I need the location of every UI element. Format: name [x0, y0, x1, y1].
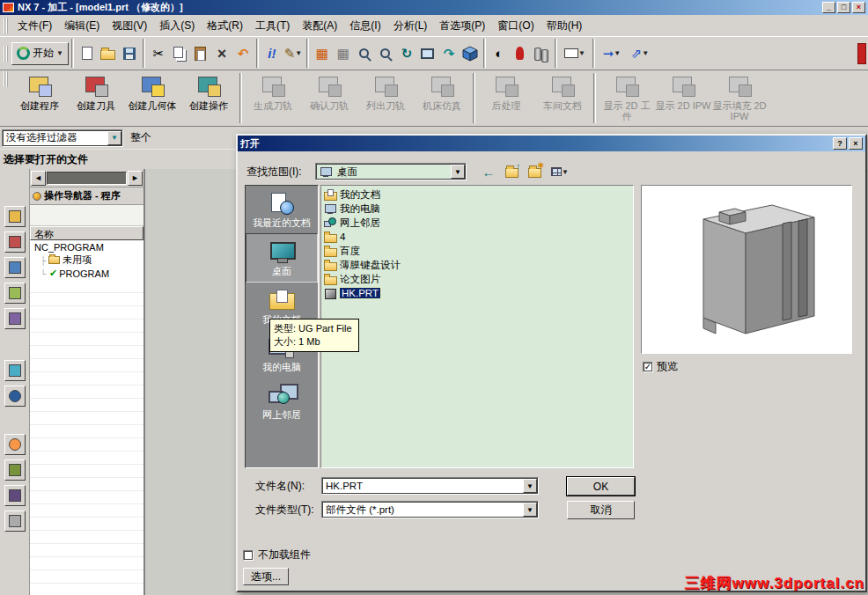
- new-file-button[interactable]: [77, 42, 98, 65]
- file-item-my-computer[interactable]: 我的电脑: [324, 202, 630, 216]
- zoom-in-button[interactable]: [375, 42, 396, 65]
- file-type-combo[interactable]: 部件文件 (*.prt) ▼: [321, 501, 539, 518]
- file-item-4[interactable]: 4: [324, 230, 630, 244]
- file-label: 网上邻居: [340, 217, 380, 230]
- look-in-combo[interactable]: 桌面 ▼: [315, 163, 467, 180]
- file-item-baidu[interactable]: 百度: [324, 244, 630, 258]
- menu-tools[interactable]: 工具(T): [249, 16, 296, 36]
- reuse-library-icon[interactable]: [4, 360, 26, 381]
- layer-grid-button[interactable]: ▦: [333, 42, 354, 65]
- place-desktop[interactable]: 桌面: [246, 233, 318, 283]
- system-scenes-icon[interactable]: [4, 511, 26, 532]
- no-load-checkbox[interactable]: [243, 550, 254, 561]
- look-in-dropdown-icon[interactable]: ▼: [451, 165, 465, 179]
- assembly-display-button[interactable]: [531, 42, 552, 65]
- create-operation-button[interactable]: 创建操作: [180, 71, 237, 125]
- file-item-hk-prt[interactable]: HK.PRT: [324, 286, 630, 300]
- menu-edit[interactable]: 编辑(E): [58, 16, 106, 36]
- orient-view-button[interactable]: ↷: [438, 42, 460, 65]
- preview-checkbox[interactable]: ✓: [643, 362, 653, 372]
- pager-left-icon[interactable]: ◄: [31, 171, 46, 186]
- selection-scope-label[interactable]: 整个: [130, 130, 151, 145]
- name-column-header[interactable]: 名称: [30, 226, 143, 240]
- fit-view-button[interactable]: [417, 42, 438, 65]
- copy-button[interactable]: [169, 42, 190, 65]
- close-button[interactable]: ×: [852, 2, 865, 13]
- new-folder-button[interactable]: ✱: [525, 163, 544, 180]
- part-navigator-icon[interactable]: [4, 257, 26, 278]
- pager-right-icon[interactable]: ►: [128, 171, 143, 186]
- background-color-button[interactable]: ▼: [560, 42, 590, 65]
- toolbar2-grip[interactable]: [4, 71, 8, 87]
- web-browser-icon[interactable]: [4, 434, 26, 455]
- file-name-dropdown-icon[interactable]: ▼: [523, 479, 537, 493]
- tree-row-program[interactable]: └ ✔ PROGRAM: [30, 267, 143, 280]
- analysis-display-button[interactable]: [510, 42, 531, 65]
- menu-view[interactable]: 视图(V): [106, 16, 153, 36]
- constraint-navigator-icon[interactable]: [4, 231, 26, 253]
- history-palette-icon[interactable]: [4, 459, 26, 481]
- assembly-navigator-icon[interactable]: [4, 206, 26, 227]
- menu-analysis[interactable]: 分析(L): [387, 16, 434, 36]
- file-item-membrane-keyboard[interactable]: 薄膜键盘设计: [324, 258, 630, 272]
- file-name-combo[interactable]: HK.PRT ▼: [321, 477, 539, 495]
- file-item-thesis-images[interactable]: 论文图片: [324, 272, 630, 286]
- zoom-region-button[interactable]: [354, 42, 375, 65]
- open-button[interactable]: [98, 42, 119, 65]
- save-button[interactable]: [119, 42, 140, 65]
- options-button[interactable]: 选项...: [243, 568, 289, 585]
- menu-file[interactable]: 文件(F): [11, 16, 58, 36]
- menu-help[interactable]: 帮助(H): [541, 16, 589, 36]
- annotation-button[interactable]: ✎▼: [283, 42, 304, 65]
- delete-button[interactable]: ×: [211, 42, 232, 65]
- wcs-grid-button[interactable]: ▦: [312, 42, 333, 65]
- recent-documents-icon: [268, 192, 295, 215]
- cancel-button[interactable]: 取消: [567, 501, 635, 519]
- file-item-my-documents[interactable]: 我的文档: [324, 187, 630, 202]
- preview-pane: [641, 185, 852, 354]
- file-type-dropdown-icon[interactable]: ▼: [523, 503, 537, 517]
- menu-preferences[interactable]: 首选项(P): [433, 16, 491, 36]
- menu-assemblies[interactable]: 装配(A): [296, 16, 343, 36]
- file-item-network[interactable]: 网上邻居: [324, 216, 630, 230]
- toolbar1-grip[interactable]: [4, 46, 8, 62]
- place-network[interactable]: 网上邻居: [246, 378, 318, 425]
- back-button[interactable]: ←: [479, 163, 498, 180]
- operation-navigator-icon[interactable]: [4, 283, 26, 304]
- hd3d-tools-icon[interactable]: [4, 386, 26, 407]
- maximize-button[interactable]: □: [837, 2, 850, 13]
- up-one-level-button[interactable]: ↑: [502, 163, 521, 180]
- menu-window[interactable]: 窗口(O): [491, 16, 540, 36]
- menu-format[interactable]: 格式(R): [201, 16, 249, 36]
- undo-button[interactable]: ↶: [232, 42, 254, 65]
- dialog-close-button[interactable]: ×: [849, 137, 863, 150]
- dialog-help-button[interactable]: ?: [833, 137, 847, 150]
- create-geometry-button[interactable]: 创建几何体: [124, 71, 180, 125]
- menu-grip[interactable]: [4, 18, 8, 33]
- tree-row-unused[interactable]: ├ 未用项: [30, 253, 143, 267]
- filter-dropdown-icon[interactable]: ▼: [107, 131, 121, 145]
- start-button[interactable]: 开始 ▼: [11, 42, 69, 65]
- file-name-value[interactable]: HK.PRT: [322, 481, 522, 491]
- menu-insert[interactable]: 插入(S): [153, 16, 201, 36]
- minimize-button[interactable]: _: [822, 2, 835, 13]
- create-tool-button[interactable]: 创建刀具: [68, 71, 124, 125]
- view-menu-button[interactable]: ▼: [548, 163, 572, 180]
- selection-filter-combo[interactable]: 没有选择过滤器 ▼: [2, 129, 123, 147]
- machine-tool-navigator-icon[interactable]: [4, 308, 26, 329]
- transform-button[interactable]: ⇗▼: [626, 42, 654, 65]
- ok-button[interactable]: OK: [567, 477, 635, 496]
- refresh-button[interactable]: ↻: [396, 42, 417, 65]
- computer-icon: [324, 203, 336, 214]
- cut-button[interactable]: ✂: [148, 42, 169, 65]
- place-recent-documents[interactable]: 我最近的文档: [246, 186, 318, 233]
- selection-info-button[interactable]: i!: [261, 42, 283, 65]
- create-program-button[interactable]: 创建程序: [11, 71, 68, 125]
- move-object-button[interactable]: ➞▼: [598, 42, 626, 65]
- isometric-view-button[interactable]: [460, 42, 481, 65]
- roles-icon[interactable]: [4, 485, 26, 506]
- menu-information[interactable]: 信息(I): [343, 16, 386, 36]
- tree-row-nc-program[interactable]: NC_PROGRAM: [30, 240, 143, 253]
- paste-button[interactable]: [190, 42, 211, 65]
- shaded-display-button[interactable]: ◐: [489, 42, 510, 65]
